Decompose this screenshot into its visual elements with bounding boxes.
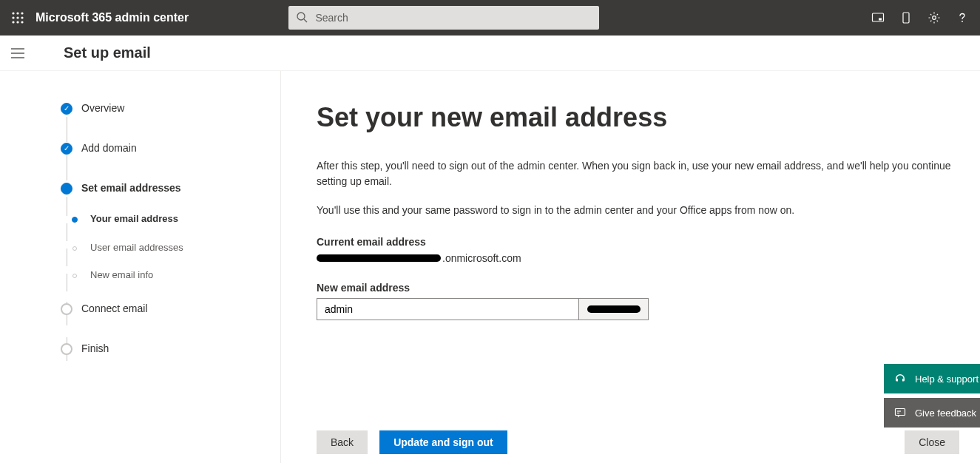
display-icon[interactable] — [866, 6, 890, 30]
current-email-value: .onmicrosoft.com — [317, 252, 958, 264]
svg-point-9 — [297, 13, 305, 20]
svg-rect-13 — [903, 13, 909, 23]
new-email-domain-display — [579, 298, 649, 320]
new-email-label: New email address — [317, 282, 958, 294]
substep-dot-icon — [72, 217, 78, 223]
svg-point-7 — [16, 21, 18, 23]
settings-icon[interactable] — [922, 6, 946, 30]
step-overview[interactable]: Overview — [61, 102, 280, 114]
progress-sidebar: Overview Add domain Set email addresses … — [0, 71, 281, 463]
search-icon — [296, 11, 308, 25]
substep-dot-icon — [72, 274, 77, 278]
step-label: Connect email — [81, 303, 148, 314]
header-icons — [866, 6, 974, 30]
svg-point-3 — [12, 16, 14, 18]
header-title: Microsoft 365 admin center — [36, 11, 189, 24]
help-icon[interactable] — [950, 6, 974, 30]
svg-point-14 — [933, 16, 936, 20]
substep-user-emails[interactable]: User email addresses — [61, 242, 280, 253]
redacted-text — [587, 305, 641, 313]
check-icon — [61, 103, 72, 115]
svg-point-4 — [16, 16, 18, 18]
redacted-text — [317, 254, 441, 262]
content-area: Set your new email address After this st… — [281, 71, 980, 463]
svg-rect-19 — [896, 409, 905, 416]
svg-line-10 — [304, 19, 307, 22]
substep-dot-icon — [72, 246, 77, 251]
app-launcher-icon[interactable] — [6, 6, 30, 30]
progress-line — [67, 117, 67, 142]
floating-actions: Help & support Give feedback — [884, 364, 980, 427]
back-button[interactable]: Back — [317, 430, 368, 454]
step-connect-email[interactable]: Connect email — [61, 303, 280, 314]
current-email-label: Current email address — [317, 236, 958, 248]
substep-label: User email addresses — [90, 242, 183, 253]
substep-your-email[interactable]: Your email address — [61, 213, 280, 224]
step-label: Finish — [81, 342, 109, 354]
main-region: Overview Add domain Set email addresses … — [0, 71, 980, 463]
progress-line — [67, 155, 67, 180]
page-title: Set up email — [64, 44, 151, 61]
step-label: Set email addresses — [81, 182, 181, 194]
svg-rect-12 — [879, 18, 882, 21]
svg-point-15 — [962, 21, 963, 22]
svg-rect-11 — [872, 13, 883, 21]
substep-new-email-info[interactable]: New email info — [61, 269, 280, 280]
svg-point-1 — [16, 12, 18, 14]
headset-icon — [894, 373, 906, 385]
global-header: Microsoft 365 admin center — [0, 0, 980, 36]
step-label: Add domain — [81, 142, 137, 154]
content-paragraph: After this step, you'll need to sign out… — [317, 158, 958, 189]
subheader: Set up email — [0, 36, 980, 71]
pending-step-icon — [61, 343, 72, 355]
svg-point-6 — [12, 21, 14, 23]
help-support-label: Help & support — [915, 374, 979, 385]
substep-label: Your email address — [90, 213, 178, 224]
step-label: Overview — [81, 102, 124, 114]
new-email-row — [317, 298, 958, 320]
progress-line — [67, 223, 67, 241]
update-sign-out-button[interactable]: Update and sign out — [379, 430, 507, 454]
mobile-icon[interactable] — [894, 6, 918, 30]
search-container — [288, 6, 599, 30]
step-add-domain[interactable]: Add domain — [61, 142, 280, 154]
give-feedback-button[interactable]: Give feedback — [884, 398, 980, 427]
svg-point-2 — [21, 12, 23, 14]
svg-point-8 — [21, 21, 23, 23]
step-set-email-addresses[interactable]: Set email addresses — [61, 182, 280, 194]
check-icon — [61, 143, 72, 155]
menu-toggle-icon[interactable] — [9, 44, 27, 62]
current-email-suffix: .onmicrosoft.com — [442, 252, 521, 264]
give-feedback-label: Give feedback — [915, 408, 976, 419]
new-email-input[interactable] — [317, 298, 579, 320]
svg-point-0 — [12, 12, 14, 14]
footer-buttons: Back Update and sign out Close — [317, 430, 980, 454]
search-input[interactable] — [288, 6, 599, 30]
step-finish[interactable]: Finish — [61, 342, 280, 354]
substep-label: New email info — [90, 269, 153, 280]
content-title: Set your new email address — [317, 102, 958, 133]
help-support-button[interactable]: Help & support — [884, 364, 980, 393]
svg-point-5 — [21, 16, 23, 18]
pending-step-icon — [61, 303, 72, 315]
current-step-icon — [61, 183, 72, 195]
feedback-icon — [894, 407, 906, 419]
close-button[interactable]: Close — [905, 430, 959, 454]
content-paragraph: You'll use this and your same password t… — [317, 203, 958, 218]
